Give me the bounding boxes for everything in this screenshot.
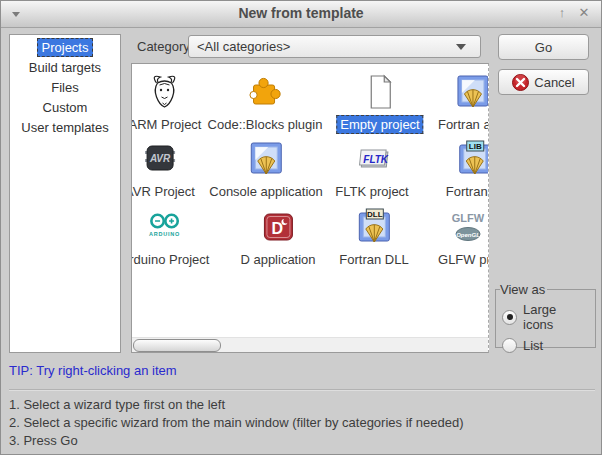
window-title: New from template (1, 5, 601, 21)
svg-text:OpenGL: OpenGL (456, 232, 480, 238)
instruction-line: 2. Select a specific wizard from the mai… (9, 414, 463, 432)
template-list-panel[interactable]: ARM Project Code::Blocks plugin (131, 63, 489, 353)
close-window-icon[interactable]: ✕ (575, 4, 593, 22)
fortran-lib-icon: LIB (455, 139, 489, 179)
wizard-type-projects[interactable]: Projects (10, 37, 120, 57)
template-fltk-project[interactable]: FLTK FLTK project (331, 139, 412, 201)
wizard-type-custom[interactable]: Custom (10, 97, 120, 117)
chevron-down-icon (456, 44, 466, 50)
cancel-button[interactable]: Cancel (498, 69, 589, 95)
template-glfw-project[interactable]: GLFW OpenGL GLFW pro (434, 207, 489, 269)
svg-text:LIB: LIB (469, 142, 482, 151)
template-avr-project[interactable]: AVR AVR Project (131, 139, 199, 201)
svg-text:ARDUINO: ARDUINO (149, 231, 180, 237)
fortran-dll-icon: DLL (354, 207, 394, 247)
instruction-line: 3. Press Go (9, 432, 463, 450)
wizard-type-list[interactable]: Projects Build targets Files Custom User… (9, 34, 121, 353)
template-codeblocks-plugin[interactable]: Code::Blocks plugin (204, 72, 327, 134)
instructions: 1. Select a wizard type first on the lef… (9, 396, 463, 450)
instruction-line: 1. Select a wizard type first on the lef… (9, 396, 463, 414)
category-label: Category: (137, 39, 193, 54)
shade-window-icon[interactable]: ↑ (553, 4, 571, 22)
glfw-icon: GLFW OpenGL (448, 207, 488, 247)
template-d-application[interactable]: D D application (236, 207, 319, 269)
d-language-icon: D (258, 207, 298, 247)
category-value: <All categories> (197, 39, 456, 54)
view-as-group: View as Large icons List (495, 282, 596, 348)
template-fortran-library[interactable]: LIB Fortran lib (442, 139, 489, 201)
svg-text:DLL: DLL (367, 210, 383, 219)
avr-chip-icon: AVR (140, 139, 180, 179)
fltk-icon: FLTK (352, 139, 392, 179)
view-as-legend: View as (500, 282, 547, 297)
cancel-icon (512, 74, 529, 91)
category-dropdown[interactable]: <All categories> (188, 35, 481, 58)
horizontal-scrollbar[interactable] (132, 337, 488, 352)
arduino-icon: ARDUINO (145, 207, 185, 247)
radio-button-icon[interactable] (502, 338, 517, 353)
template-arduino-project[interactable]: ARDUINO Arduino Project (131, 207, 213, 269)
horizontal-scrollbar-thumb[interactable] (133, 339, 221, 352)
blank-page-icon (360, 72, 400, 112)
radio-button-icon[interactable] (502, 310, 517, 325)
svg-text:GLFW: GLFW (452, 212, 485, 224)
template-empty-project[interactable]: Empty project (336, 72, 423, 134)
titlebar: New from template ↑ ✕ (1, 1, 601, 28)
puzzle-icon (245, 72, 285, 112)
radio-list[interactable]: List (502, 338, 589, 353)
fortran-app-icon (453, 72, 489, 112)
gnu-head-icon (145, 72, 185, 112)
new-from-template-dialog: New from template ↑ ✕ Projects Build tar… (0, 0, 602, 455)
svg-text:AVR: AVR (149, 153, 171, 164)
template-arm-project[interactable]: ARM Project (131, 72, 205, 134)
svg-text:FLTK: FLTK (363, 154, 389, 165)
template-fortran-dll[interactable]: DLL Fortran DLL (335, 207, 412, 269)
wizard-type-user-templates[interactable]: User templates (10, 117, 120, 137)
wizard-type-files[interactable]: Files (10, 77, 120, 97)
template-fortran-application[interactable]: Fortran appl (434, 72, 489, 134)
separator-line (9, 389, 595, 391)
console-app-icon (246, 139, 286, 179)
radio-large-icons[interactable]: Large icons (502, 302, 589, 332)
wizard-type-build-targets[interactable]: Build targets (10, 57, 120, 77)
template-console-application[interactable]: Console application (205, 139, 326, 201)
go-button[interactable]: Go (498, 34, 589, 60)
tip-text: TIP: Try right-clicking an item (9, 363, 177, 378)
svg-text:D: D (271, 220, 283, 237)
